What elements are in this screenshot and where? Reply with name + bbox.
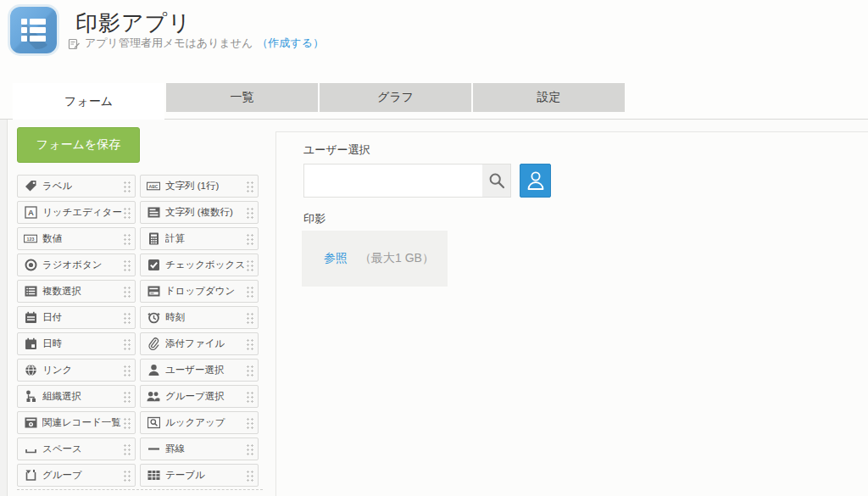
palette-item-lookup[interactable]: ルックアップ bbox=[140, 411, 259, 434]
browse-link[interactable]: 参照 bbox=[324, 251, 348, 266]
page-title: 印影アプリ bbox=[75, 8, 192, 38]
palette-item-label: 数値 bbox=[42, 232, 62, 245]
palette-item-rich-editor[interactable]: Aリッチエディター bbox=[17, 201, 136, 224]
drag-handle-icon[interactable] bbox=[123, 365, 131, 377]
palette-item-label: 計算 bbox=[165, 232, 185, 245]
palette-item-label: 文字列 (1行) bbox=[165, 180, 219, 192]
dropdown-icon bbox=[147, 285, 160, 298]
drag-handle-icon[interactable] bbox=[246, 286, 253, 298]
palette-item-text-single[interactable]: ABC文字列 (1行) bbox=[140, 175, 259, 198]
drag-handle-icon[interactable] bbox=[123, 181, 131, 193]
palette-item-dropdown[interactable]: ドロップダウン bbox=[140, 280, 259, 303]
drag-handle-icon[interactable] bbox=[123, 417, 131, 430]
drag-handle-icon[interactable] bbox=[123, 391, 131, 404]
palette-item-label: 添付ファイル bbox=[165, 337, 225, 350]
palette-section-divider bbox=[17, 489, 263, 490]
number-icon: 123 bbox=[24, 232, 37, 246]
palette-item-label: ラジオボタン bbox=[42, 259, 103, 271]
user-select-field-label: ユーザー選択 bbox=[303, 142, 370, 158]
user-picker-button[interactable] bbox=[520, 164, 551, 198]
palette-item-date[interactable]: 日付 bbox=[17, 306, 136, 329]
palette-item-datetime[interactable]: 日時 bbox=[17, 332, 136, 355]
text-single-icon: ABC bbox=[147, 180, 160, 193]
palette-item-label: 組織選択 bbox=[42, 390, 81, 403]
related-records-icon bbox=[24, 416, 37, 430]
drag-handle-icon[interactable] bbox=[123, 286, 131, 298]
multi-select-icon bbox=[24, 285, 37, 298]
group-select-icon bbox=[147, 390, 160, 404]
palette-item-group[interactable]: グループ bbox=[17, 464, 136, 487]
user-search-input[interactable] bbox=[304, 164, 482, 197]
drag-handle-icon[interactable] bbox=[123, 233, 131, 246]
attachment-icon bbox=[147, 337, 160, 351]
drag-handle-icon[interactable] bbox=[246, 207, 253, 220]
create-memo-link[interactable]: （作成する） bbox=[257, 36, 324, 51]
admin-memo-row: アプリ管理者用メモはありません （作成する） bbox=[68, 36, 324, 51]
text-multi-icon bbox=[147, 206, 160, 220]
org-select-icon bbox=[24, 390, 37, 404]
palette-item-border-line[interactable]: 罫線 bbox=[140, 437, 259, 460]
drag-handle-icon[interactable] bbox=[246, 391, 253, 404]
drag-handle-icon[interactable] bbox=[246, 417, 253, 430]
drag-handle-icon[interactable] bbox=[246, 365, 253, 377]
person-icon bbox=[526, 170, 546, 192]
tab-list[interactable]: 一覧 bbox=[166, 83, 318, 112]
palette-item-space[interactable]: スペース bbox=[17, 437, 136, 460]
max-size-note: （最大1 GB） bbox=[359, 251, 434, 266]
palette-item-user-select[interactable]: ユーザー選択 bbox=[140, 359, 259, 382]
palette-item-label: ラベル bbox=[42, 180, 72, 192]
svg-text:123: 123 bbox=[27, 237, 35, 242]
tab-form[interactable]: フォーム bbox=[13, 83, 164, 120]
drag-handle-icon[interactable] bbox=[246, 233, 253, 246]
drag-handle-icon[interactable] bbox=[246, 181, 253, 193]
list-glyph-icon bbox=[10, 7, 57, 53]
palette-item-label: 文字列 (複数行) bbox=[165, 206, 233, 219]
palette-item-calc[interactable]: 計算 bbox=[140, 227, 259, 250]
palette-item-label: リッチエディター bbox=[42, 206, 122, 219]
palette-item-label: ドロップダウン bbox=[165, 285, 235, 298]
drag-handle-icon[interactable] bbox=[246, 443, 253, 456]
palette-item-checkbox[interactable]: チェックボックス bbox=[140, 254, 259, 276]
palette-item-number[interactable]: 123数値 bbox=[17, 227, 136, 250]
drag-handle-icon[interactable] bbox=[123, 259, 131, 272]
palette-item-label: チェックボックス bbox=[165, 259, 245, 271]
palette-item-multi-select[interactable]: 複数選択 bbox=[17, 280, 136, 303]
drag-handle-icon[interactable] bbox=[123, 443, 131, 456]
field-palette: ラベルABC文字列 (1行)Aリッチエディター文字列 (複数行)123数値計算ラ… bbox=[17, 175, 259, 487]
drag-handle-icon[interactable] bbox=[123, 312, 131, 325]
palette-item-label: グループ選択 bbox=[165, 390, 225, 403]
palette-item-related-records[interactable]: 関連レコード一覧 bbox=[17, 411, 136, 434]
tab-graph[interactable]: グラフ bbox=[320, 83, 471, 112]
palette-item-group-select[interactable]: グループ選択 bbox=[140, 385, 259, 408]
drag-handle-icon[interactable] bbox=[246, 338, 253, 351]
palette-item-label: 日付 bbox=[42, 311, 62, 324]
palette-item-label: テーブル bbox=[165, 469, 205, 482]
palette-item-label: リンク bbox=[42, 364, 72, 376]
border-line-icon bbox=[147, 443, 160, 456]
palette-item-label: 複数選択 bbox=[42, 285, 81, 298]
drag-handle-icon[interactable] bbox=[123, 470, 131, 482]
lookup-icon bbox=[147, 416, 160, 430]
palette-item-tag[interactable]: ラベル bbox=[17, 175, 136, 198]
palette-item-text-multi[interactable]: 文字列 (複数行) bbox=[140, 201, 259, 224]
palette-item-radio[interactable]: ラジオボタン bbox=[17, 254, 136, 276]
rich-editor-icon: A bbox=[24, 206, 37, 220]
user-search-button[interactable] bbox=[482, 164, 510, 197]
drag-handle-icon[interactable] bbox=[246, 470, 253, 482]
palette-item-org-select[interactable]: 組織選択 bbox=[17, 385, 136, 408]
palette-item-attachment[interactable]: 添付ファイル bbox=[140, 332, 259, 355]
drag-handle-icon[interactable] bbox=[123, 338, 131, 351]
radio-icon bbox=[24, 259, 37, 272]
drag-handle-icon[interactable] bbox=[246, 259, 253, 272]
palette-item-link[interactable]: リンク bbox=[17, 359, 136, 382]
svg-text:ABC: ABC bbox=[148, 184, 158, 189]
checkbox-icon bbox=[147, 259, 160, 272]
drag-handle-icon[interactable] bbox=[123, 207, 131, 220]
tab-settings[interactable]: 設定 bbox=[473, 83, 625, 112]
app-icon bbox=[10, 7, 57, 53]
link-icon bbox=[24, 364, 37, 377]
save-form-button[interactable]: フォームを保存 bbox=[17, 127, 140, 163]
palette-item-table[interactable]: テーブル bbox=[140, 464, 259, 487]
drag-handle-icon[interactable] bbox=[246, 312, 253, 325]
palette-item-time[interactable]: 時刻 bbox=[140, 306, 259, 329]
